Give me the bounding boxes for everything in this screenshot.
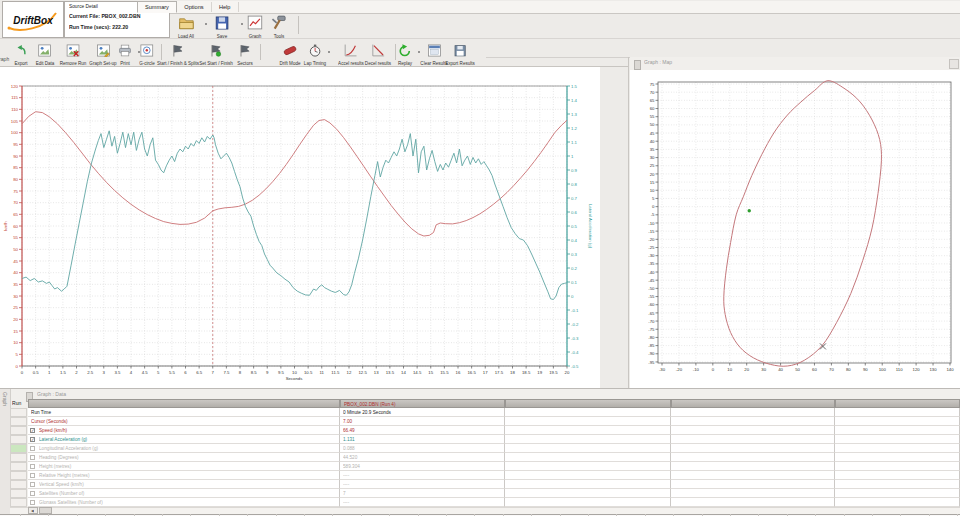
svg-text:20: 20 <box>744 367 749 372</box>
svg-text:16: 16 <box>456 370 461 375</box>
empty-cell <box>505 471 671 480</box>
row-selector[interactable] <box>10 489 27 498</box>
row-label: Cursor (Seconds) <box>31 418 68 424</box>
svg-text:17.5: 17.5 <box>495 370 504 375</box>
svg-text:-0.1: -0.1 <box>571 308 579 313</box>
graph-icon <box>247 15 263 30</box>
row-value: 0.088 <box>343 445 355 451</box>
menu-help[interactable]: Help <box>212 2 239 12</box>
svg-text:0: 0 <box>16 364 19 369</box>
empty-cell <box>505 408 671 417</box>
svg-text:60: 60 <box>650 106 655 111</box>
svg-text:18.5: 18.5 <box>522 370 531 375</box>
row-selector[interactable] <box>10 462 27 471</box>
row-checkbox[interactable]: ✓ <box>30 428 35 433</box>
row-checkbox[interactable] <box>30 455 35 460</box>
logo-text: DriftBox <box>13 15 53 26</box>
hscrollbar-left-button[interactable]: ◀ <box>28 507 38 514</box>
toolbar-group-separator <box>395 44 396 60</box>
svg-text:-10: -10 <box>693 367 700 372</box>
menu-summary[interactable]: Summary <box>137 1 177 13</box>
empty-cell <box>835 426 960 435</box>
row-value-cell: ---- <box>340 498 505 507</box>
svg-text:9.5: 9.5 <box>278 370 285 375</box>
row-checkbox[interactable] <box>30 491 35 496</box>
row-selector[interactable] <box>10 435 27 444</box>
svg-text:0: 0 <box>21 370 24 375</box>
toolbar-button-lap-timing[interactable]: Lap Timing <box>299 43 331 68</box>
accel-results-icon <box>344 44 358 57</box>
row-value-cell: ---- <box>340 480 505 489</box>
svg-text:5.5: 5.5 <box>169 370 176 375</box>
row-checkbox[interactable]: ✓ <box>30 437 35 442</box>
toolbar-button-graph-setup[interactable]: Graph Set-up <box>83 43 122 68</box>
empty-cell <box>505 426 671 435</box>
row-label: Heading (Degrees) <box>39 454 79 460</box>
toolbar-button-print[interactable]: Print <box>118 43 132 68</box>
svg-text:-0.2: -0.2 <box>571 322 579 327</box>
row-value: ---- <box>343 481 349 487</box>
svg-text:65: 65 <box>650 98 655 103</box>
empty-cell <box>671 426 835 435</box>
menu-options[interactable]: Options <box>177 2 212 12</box>
toolbar-button-sectors[interactable]: Sectors <box>234 43 256 68</box>
svg-text:90: 90 <box>13 154 18 159</box>
row-checkbox[interactable] <box>30 482 35 487</box>
toolbar-button-export-results[interactable]: Export Results <box>439 43 481 68</box>
svg-text:120: 120 <box>11 84 19 89</box>
export-icon <box>14 44 28 57</box>
track-map-chart[interactable]: -30-20-100102030405060708090100110120130… <box>630 57 960 388</box>
row-value-cell: 7.00 <box>340 417 505 426</box>
row-checkbox[interactable] <box>30 473 35 478</box>
row-selector[interactable] <box>10 498 27 507</box>
data-panel: Graph Graph : Data Run PBOX_002.DBN (Run… <box>0 388 960 516</box>
svg-text:0.9: 0.9 <box>571 168 578 173</box>
dropdown-dot[interactable] <box>205 23 207 25</box>
hscrollbar-thumb[interactable] <box>39 507 52 514</box>
dropdown-dot[interactable] <box>328 51 330 53</box>
toolbar-button-replay[interactable]: Replay <box>395 43 415 68</box>
toolbar-button-decel-results[interactable]: Decel results <box>359 43 397 68</box>
empty-cell <box>505 489 671 498</box>
svg-text:0: 0 <box>712 367 715 372</box>
svg-text:70: 70 <box>650 90 655 95</box>
svg-text:55: 55 <box>13 235 18 240</box>
row-selector[interactable] <box>10 444 27 453</box>
row-value-cell: ---- <box>340 471 505 480</box>
svg-text:40: 40 <box>13 270 18 275</box>
row-selector[interactable] <box>10 417 27 426</box>
svg-text:20: 20 <box>565 370 570 375</box>
row-selector[interactable] <box>10 480 27 489</box>
row-label: Glonass Satellites (Number of) <box>39 499 103 505</box>
svg-text:5: 5 <box>16 352 19 357</box>
svg-text:25: 25 <box>13 305 18 310</box>
row-checkbox[interactable] <box>30 446 35 451</box>
svg-text:0: 0 <box>652 204 655 209</box>
row-checkbox[interactable] <box>30 500 35 505</box>
row-selector[interactable] <box>10 426 27 435</box>
menu-strip <box>170 1 960 13</box>
svg-text:-10: -10 <box>648 221 655 226</box>
svg-text:55: 55 <box>650 114 655 119</box>
svg-text:-0.4: -0.4 <box>571 350 579 355</box>
svg-text:45: 45 <box>650 131 655 136</box>
dropdown-dot[interactable] <box>241 23 243 25</box>
menu-underline <box>170 13 960 14</box>
row-label: Vertical Speed (km/h) <box>39 481 84 487</box>
row-selector[interactable] <box>10 408 27 417</box>
svg-text:75: 75 <box>13 189 18 194</box>
svg-text:90: 90 <box>863 367 868 372</box>
empty-cell <box>671 444 835 453</box>
svg-text:1.4: 1.4 <box>571 98 578 103</box>
svg-text:Seconds: Seconds <box>286 376 303 381</box>
row-selector[interactable] <box>10 471 27 480</box>
row-checkbox[interactable] <box>30 464 35 469</box>
row-label-cell: ✓Speed (km/h) <box>28 426 340 435</box>
toolbar-button-set-start-finish[interactable]: Set Start / Finish <box>192 43 240 68</box>
row-selector[interactable] <box>10 453 27 462</box>
svg-text:0.3: 0.3 <box>571 252 578 257</box>
svg-text:140: 140 <box>946 367 954 372</box>
svg-text:4: 4 <box>130 370 133 375</box>
toolbar-button-export[interactable]: Export <box>12 43 31 68</box>
speed-lateral-chart[interactable]: 0510152025303540455055606570758085909510… <box>0 66 600 388</box>
